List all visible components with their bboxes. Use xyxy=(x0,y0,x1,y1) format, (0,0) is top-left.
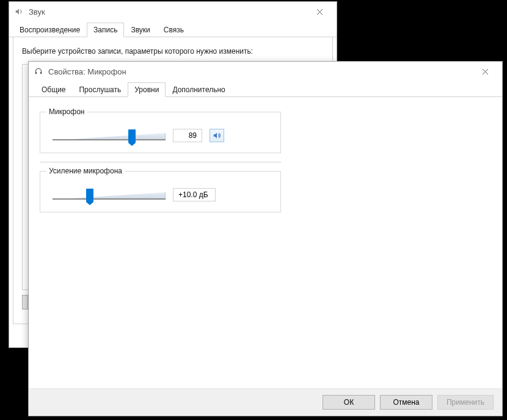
tab-playback[interactable]: Воспроизведение xyxy=(13,23,87,37)
microphone-boost-value: +10.0 дБ xyxy=(173,188,216,201)
props-title: Свойства: Микрофон xyxy=(48,67,473,76)
mute-microphone-button[interactable] xyxy=(210,129,224,142)
apply-button: Применить xyxy=(437,395,494,410)
tab-listen[interactable]: Прослушать xyxy=(72,82,128,96)
props-tabs: Общие Прослушать Уровни Дополнительно xyxy=(29,81,502,97)
close-icon xyxy=(482,68,489,75)
speaker-icon xyxy=(213,131,221,140)
tab-sounds[interactable]: Звуки xyxy=(124,23,156,37)
props-close-button[interactable] xyxy=(473,63,497,80)
close-icon xyxy=(316,9,323,15)
props-button-row: ОК Отмена Применить xyxy=(29,388,502,416)
microphone-boost-group: Усиление микрофона +10.0 дБ xyxy=(40,171,281,212)
sound-tabs: Воспроизведение Запись Звуки Связь xyxy=(9,21,337,37)
sound-instruction: Выберите устройство записи, параметры ко… xyxy=(22,43,324,62)
microphone-level-value: 89 xyxy=(173,129,202,142)
tab-levels[interactable]: Уровни xyxy=(128,82,166,97)
tab-advanced[interactable]: Дополнительно xyxy=(166,82,232,96)
svg-rect-0 xyxy=(35,72,37,74)
svg-rect-1 xyxy=(40,72,42,74)
headset-icon xyxy=(34,67,43,76)
sound-bottom-button[interactable] xyxy=(22,295,28,310)
microphone-properties-window: Свойства: Микрофон Общие Прослушать Уров… xyxy=(28,61,503,416)
sound-title: Звук xyxy=(29,7,307,16)
microphone-level-slider[interactable] xyxy=(53,128,166,143)
microphone-boost-slider[interactable] xyxy=(53,187,166,202)
microphone-boost-label: Усиление микрофона xyxy=(46,167,125,175)
ok-button[interactable]: ОК xyxy=(323,395,375,410)
props-content: Микрофон 89 Усиление микрофона xyxy=(29,97,502,388)
divider xyxy=(40,162,281,162)
sound-icon xyxy=(14,7,24,16)
props-titlebar[interactable]: Свойства: Микрофон xyxy=(29,62,502,81)
tab-general[interactable]: Общие xyxy=(35,82,72,96)
tab-recording[interactable]: Запись xyxy=(87,23,124,37)
sound-close-button[interactable] xyxy=(307,3,332,20)
sound-titlebar[interactable]: Звук xyxy=(9,2,337,21)
microphone-level-group: Микрофон 89 xyxy=(40,112,281,153)
cancel-button[interactable]: Отмена xyxy=(380,395,432,410)
microphone-level-label: Микрофон xyxy=(46,107,87,116)
tab-communications[interactable]: Связь xyxy=(157,23,191,37)
